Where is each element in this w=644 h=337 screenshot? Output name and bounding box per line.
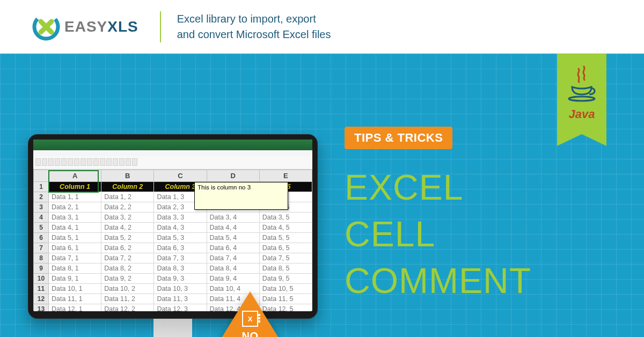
data-cell: Data 4, 4	[207, 223, 259, 233]
title-line1: EXCEL	[345, 164, 531, 211]
data-cell: Data 11, 3	[154, 294, 207, 304]
svg-point-1	[569, 97, 595, 101]
row-number: 4	[34, 213, 49, 223]
spreadsheet: A B C D E 1 Column 1 Column 2 Column 3	[33, 170, 312, 311]
row-number: 11	[34, 284, 49, 294]
row-number: 6	[34, 233, 49, 243]
title-line3: COMMENT	[345, 258, 531, 304]
row-number: 12	[34, 294, 49, 304]
data-cell: Data 7, 2	[101, 253, 154, 263]
title-line2: CELL	[345, 211, 531, 258]
data-cell: Data 3, 2	[101, 213, 154, 223]
data-cell: Data 6, 5	[259, 243, 312, 253]
data-cell: Data 3, 1	[49, 213, 101, 223]
table-row: 4Data 3, 1Data 3, 2Data 3, 3Data 3, 4Dat…	[34, 213, 312, 223]
data-cell: Data 6, 4	[207, 243, 259, 253]
java-cup-icon	[557, 54, 606, 105]
main-title: EXCEL CELL COMMENT	[345, 164, 531, 304]
headline-block: TIPS & TRICKS EXCEL CELL COMMENT	[345, 127, 531, 304]
data-cell: Data 1, 1	[49, 192, 101, 202]
badge-no: NO	[216, 330, 284, 337]
row-number: 9	[34, 263, 49, 274]
excel-file-icon: X	[242, 311, 258, 327]
data-cell: Data 6, 1	[49, 243, 101, 253]
data-cell: Data 5, 5	[259, 233, 312, 243]
no-excel-badge: X NO MICROSOFT EXCEL REQUIRED	[204, 291, 296, 337]
logo-text-easy: EASY	[64, 18, 107, 35]
col-letter: A	[49, 170, 101, 182]
table-row: 7Data 6, 1Data 6, 2Data 6, 3Data 6, 4Dat…	[34, 243, 312, 253]
data-cell: Data 3, 3	[154, 213, 207, 223]
data-cell: Data 10, 1	[49, 284, 101, 294]
data-cell: Data 2, 2	[101, 202, 154, 213]
data-cell: Data 8, 3	[154, 263, 207, 274]
java-ribbon: Java	[557, 54, 606, 134]
data-cell: Data 7, 4	[207, 253, 259, 263]
java-label: Java	[557, 107, 606, 121]
data-cell: Data 7, 1	[49, 253, 101, 263]
data-cell: Data 12, 3	[154, 304, 207, 312]
data-cell: Data 5, 2	[101, 233, 154, 243]
top-header: EASYXLS Excel library to import, export …	[0, 0, 644, 54]
row-number: 7	[34, 243, 49, 253]
hero-area: Java TIPS & TRICKS EXCEL CELL COMMENT	[0, 54, 644, 337]
data-cell: Data 9, 3	[154, 274, 207, 284]
data-cell: Data 4, 5	[259, 223, 312, 233]
excel-titlebar	[33, 140, 312, 150]
data-cell: Data 8, 5	[259, 263, 312, 274]
column-letter-row: A B C D E	[34, 170, 312, 182]
tips-badge: TIPS & TRICKS	[345, 127, 452, 149]
row-number: 10	[34, 274, 49, 284]
row-number: 8	[34, 253, 49, 263]
col-letter: C	[154, 170, 207, 182]
row-number: 3	[34, 202, 49, 213]
data-cell: Data 3, 4	[207, 213, 259, 223]
data-cell: Data 1, 2	[101, 192, 154, 202]
data-cell: Data 9, 1	[49, 274, 101, 284]
excel-ribbon	[33, 150, 312, 170]
col-letter: E	[259, 170, 312, 182]
data-cell: Data 7, 3	[154, 253, 207, 263]
col-letter: B	[101, 170, 154, 182]
row-number: 1	[34, 182, 49, 192]
logo-text: EASYXLS	[64, 18, 138, 35]
tagline: Excel library to import, export and conv…	[160, 11, 331, 42]
logo-text-xls: XLS	[107, 18, 138, 35]
corner-cell	[34, 170, 49, 182]
data-cell: Data 10, 2	[101, 284, 154, 294]
table-row: 6Data 5, 1Data 5, 2Data 5, 3Data 5, 4Dat…	[34, 233, 312, 243]
data-cell: Data 6, 2	[101, 243, 154, 253]
data-cell: Data 5, 4	[207, 233, 259, 243]
row-number: 13	[34, 304, 49, 312]
data-cell: Data 4, 1	[49, 223, 101, 233]
data-cell: Data 10, 3	[154, 284, 207, 294]
data-cell: Data 4, 2	[101, 223, 154, 233]
row-number: 5	[34, 223, 49, 233]
header-cell: Column 1	[49, 182, 101, 192]
tagline-line1: Excel library to import, export	[177, 11, 331, 27]
logo-mark-icon	[32, 13, 60, 41]
tagline-line2: and convert Microsoft Excel files	[177, 27, 331, 42]
cell-comment-tooltip: This is column no 3	[194, 182, 288, 210]
screen: A B C D E 1 Column 1 Column 2 Column 3	[33, 140, 312, 311]
table-row: 9Data 8, 1Data 8, 2Data 8, 3Data 8, 4Dat…	[34, 263, 312, 274]
data-cell: Data 12, 2	[101, 304, 154, 312]
data-cell: Data 4, 3	[154, 223, 207, 233]
data-cell: Data 11, 1	[49, 294, 101, 304]
data-cell: Data 9, 2	[101, 274, 154, 284]
data-cell: Data 9, 5	[259, 274, 312, 284]
data-cell: Data 7, 5	[259, 253, 312, 263]
data-cell: Data 6, 3	[154, 243, 207, 253]
row-number: 2	[34, 192, 49, 202]
brand-logo: EASYXLS	[32, 13, 138, 41]
data-cell: Data 3, 5	[259, 213, 312, 223]
table-row: 8Data 7, 1Data 7, 2Data 7, 3Data 7, 4Dat…	[34, 253, 312, 263]
header-cell: Column 2	[101, 182, 154, 192]
data-cell: Data 8, 1	[49, 263, 101, 274]
data-cell: Data 2, 1	[49, 202, 101, 213]
monitor-stand-neck	[153, 319, 192, 337]
data-cell: Data 9, 4	[207, 274, 259, 284]
data-cell: Data 8, 4	[207, 263, 259, 274]
col-letter: D	[207, 170, 259, 182]
data-cell: Data 11, 2	[101, 294, 154, 304]
